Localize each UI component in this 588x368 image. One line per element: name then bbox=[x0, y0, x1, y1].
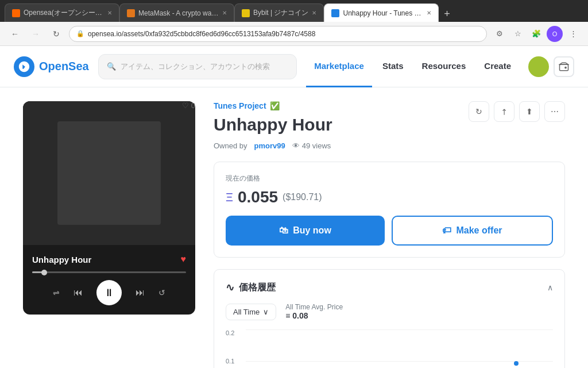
buy-icon: 🛍 bbox=[279, 225, 288, 236]
left-panel: ♡ 0 Unhappy Hour ♥ ⇌ ⏮ ⏸ bbox=[23, 101, 195, 368]
album-art-image bbox=[57, 121, 161, 225]
tab-bybit[interactable]: Bybit | ジナコイン ✕ bbox=[234, 3, 324, 22]
back-button[interactable]: ← bbox=[7, 26, 23, 42]
more-options-button[interactable]: ⋯ bbox=[544, 101, 565, 122]
svg-rect-0 bbox=[560, 64, 568, 71]
tab-label: Opensea(オープンシー)の使い方： bbox=[24, 8, 104, 18]
profile-icon[interactable]: O bbox=[547, 26, 563, 42]
grid-line-mid bbox=[246, 361, 553, 362]
tab-favicon bbox=[331, 9, 339, 17]
play-pause-button[interactable]: ⏸ bbox=[96, 280, 122, 305]
player-controls: ⇌ ⏮ ⏸ ⏭ ↺ bbox=[23, 275, 195, 315]
chart-grid bbox=[246, 329, 553, 368]
section-header: ∿ 価格履歴 ∧ bbox=[226, 281, 553, 294]
search-box[interactable]: 🔍 アイテム、コレクション、アカウントの検索 bbox=[98, 54, 297, 79]
views-count: 49 views bbox=[302, 141, 331, 150]
views-row: 👁 49 views bbox=[292, 141, 331, 150]
price-history-section: ∿ 価格履歴 ∧ All Time ∨ All Time Avg. Price … bbox=[214, 269, 565, 368]
prev-button[interactable]: ⏮ bbox=[74, 288, 83, 298]
owner-link[interactable]: pmorv99 bbox=[254, 141, 285, 150]
buy-now-label: Buy now bbox=[293, 225, 331, 236]
tab-close-icon[interactable]: ✕ bbox=[107, 10, 112, 16]
wallet-button[interactable] bbox=[554, 56, 574, 77]
logo-icon bbox=[14, 56, 34, 77]
chart-controls: All Time ∨ All Time Avg. Price ≡ 0.08 bbox=[226, 303, 553, 320]
y-label-0.2: 0.2 bbox=[226, 329, 243, 336]
browser-tabs: Opensea(オープンシー)の使い方： ✕ MetaMask - A cryp… bbox=[0, 0, 588, 22]
tab-unhappy-hour[interactable]: Unhappy Hour - Tunes Project ✕ bbox=[324, 3, 439, 22]
make-offer-label: Make offer bbox=[456, 225, 502, 236]
y-label-0.1: 0.1 bbox=[226, 358, 243, 365]
progress-dot bbox=[41, 270, 47, 275]
forward-icon: → bbox=[32, 29, 40, 39]
grid-line-top bbox=[246, 329, 553, 330]
share-button[interactable]: ⬆ bbox=[519, 101, 540, 122]
bookmark-icon[interactable]: ☆ bbox=[510, 26, 526, 42]
forward-button[interactable]: → bbox=[28, 26, 44, 42]
share-icon: ⬆ bbox=[526, 107, 533, 116]
user-avatar[interactable] bbox=[528, 56, 549, 77]
new-tab-button[interactable]: + bbox=[439, 6, 455, 22]
external-link-button[interactable]: ↗ bbox=[494, 101, 514, 122]
nav-resources[interactable]: Resources bbox=[414, 46, 474, 87]
nav-create[interactable]: Create bbox=[476, 46, 519, 87]
menu-icon[interactable]: ⋮ bbox=[565, 26, 581, 42]
tab-close-icon[interactable]: ✕ bbox=[427, 10, 431, 16]
like-button[interactable]: ♡ 0 bbox=[182, 101, 195, 110]
music-player: Unhappy Hour ♥ ⇌ ⏮ ⏸ ⏭ ↺ bbox=[23, 101, 195, 315]
collection-link[interactable]: Tunes Project bbox=[214, 101, 266, 110]
repeat-button[interactable]: ↺ bbox=[158, 288, 165, 297]
shuffle-button[interactable]: ⇌ bbox=[53, 288, 60, 297]
search-placeholder: アイテム、コレクション、アカウントの検索 bbox=[121, 62, 270, 72]
avg-price-info: All Time Avg. Price ≡ 0.08 bbox=[285, 303, 343, 320]
logo-text: OpenSea bbox=[39, 60, 89, 73]
buy-actions: 🛍 Buy now 🏷 Make offer bbox=[226, 216, 553, 246]
price-value: 0.055 bbox=[238, 188, 278, 206]
price-box: 現在の価格 Ξ 0.055 ($190.71) 🛍 Buy now 🏷 Make… bbox=[214, 162, 565, 258]
next-button[interactable]: ⏭ bbox=[136, 288, 145, 298]
opensea-logo[interactable]: OpenSea bbox=[14, 56, 89, 77]
heart-icon: ♡ bbox=[182, 101, 189, 110]
time-filter-select[interactable]: All Time ∨ bbox=[226, 304, 276, 320]
address-box[interactable]: 🔒 opensea.io/assets/0xfa932d5cbbdc8f6ed6… bbox=[69, 26, 487, 42]
lock-icon: 🔒 bbox=[76, 30, 84, 37]
collapse-icon[interactable]: ∧ bbox=[547, 283, 553, 292]
svg-point-1 bbox=[565, 67, 566, 68]
trend-icon: ∿ bbox=[226, 281, 234, 294]
tab-close-icon[interactable]: ✕ bbox=[312, 10, 316, 16]
avg-price-value: ≡ 0.08 bbox=[285, 311, 343, 320]
tab-label: MetaMask - A crypto wallet & bbox=[138, 9, 219, 17]
opensea-header: OpenSea 🔍 アイテム、コレクション、アカウントの検索 Marketpla… bbox=[0, 46, 588, 87]
tab-favicon bbox=[242, 9, 250, 17]
progress-bar[interactable] bbox=[32, 271, 186, 273]
price-usd: ($190.71) bbox=[283, 192, 322, 202]
like-count: 0 bbox=[191, 101, 195, 110]
data-dot bbox=[514, 361, 519, 366]
owned-by-label: Owned by bbox=[214, 141, 247, 150]
reload-button[interactable]: ↻ bbox=[48, 26, 64, 42]
refresh-button[interactable]: ↻ bbox=[469, 101, 489, 122]
eye-icon: 👁 bbox=[292, 141, 300, 150]
price-label: 現在の価格 bbox=[226, 174, 553, 183]
tab-label: Bybit | ジナコイン bbox=[253, 8, 308, 18]
main-content: ♡ 0 Unhappy Hour ♥ ⇌ ⏮ ⏸ bbox=[0, 87, 588, 368]
buy-now-button[interactable]: 🛍 Buy now bbox=[226, 216, 385, 246]
nav-marketplace[interactable]: Marketplace bbox=[306, 46, 372, 87]
tab-opensea[interactable]: Opensea(オープンシー)の使い方： ✕ bbox=[5, 3, 119, 22]
progress-bar-container[interactable] bbox=[23, 269, 195, 275]
make-offer-button[interactable]: 🏷 Make offer bbox=[392, 216, 553, 246]
tab-metamask[interactable]: MetaMask - A crypto wallet & ✕ bbox=[119, 3, 234, 22]
header-actions bbox=[528, 56, 574, 77]
section-title: ∿ 価格履歴 bbox=[226, 281, 276, 294]
nav-stats[interactable]: Stats bbox=[374, 46, 412, 87]
tab-close-icon[interactable]: ✕ bbox=[222, 10, 227, 16]
reload-icon: ↻ bbox=[53, 29, 60, 39]
puzzle-icon[interactable]: 🧩 bbox=[528, 26, 544, 42]
player-heart-icon[interactable]: ♥ bbox=[181, 254, 187, 264]
tab-favicon bbox=[12, 9, 20, 17]
data-point bbox=[514, 361, 519, 366]
back-icon: ← bbox=[11, 29, 19, 39]
extensions-icon[interactable]: ⚙ bbox=[492, 26, 508, 42]
pause-icon: ⏸ bbox=[104, 287, 114, 299]
section-title-text: 価格履歴 bbox=[239, 282, 276, 294]
